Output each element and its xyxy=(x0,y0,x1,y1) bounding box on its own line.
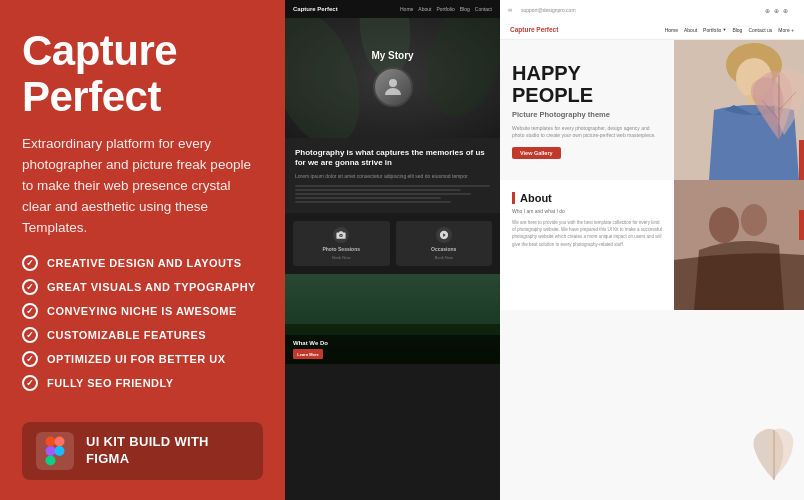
features-list: Creative Design and Layouts Great Visual… xyxy=(22,255,263,404)
card-2-sub: Book Now xyxy=(435,255,453,260)
right-panel: Capture Perfect Home About Portfolio Blo… xyxy=(285,0,804,500)
svg-point-2 xyxy=(46,446,56,456)
mockup-right-main-navbar: Capture Perfect Home About Portfolio ▼ B… xyxy=(500,20,804,40)
mockup-right-about-image xyxy=(674,180,804,310)
mockup-left-bottom-img: What We Do Learn More xyxy=(285,274,500,364)
email-icon: ✉ xyxy=(508,7,512,13)
mockup-right-navbar: ✉ support@designpro.com ⊕ ⊕ ⊕ xyxy=(500,0,804,20)
mockup-right-about-desc: We are here to provide you with the best… xyxy=(512,219,662,248)
occasion-icon xyxy=(436,227,452,243)
mockup-left-section-title: Photography is what captures the memorie… xyxy=(295,148,490,169)
mockup-right-hero-subtitle: Picture Photography theme xyxy=(512,110,662,119)
mockup-left-avatar xyxy=(373,67,413,107)
mockup-left-section-text: Lorem ipsum dolor sit amet consectetur a… xyxy=(295,173,490,181)
check-icon-6 xyxy=(22,375,38,391)
svg-point-23 xyxy=(709,207,739,243)
social-icon-2: ⊕ xyxy=(774,7,779,14)
main-title: Capture Perfect xyxy=(22,28,263,120)
red-accent-bar-top xyxy=(799,140,804,180)
mockup-left-brand: Capture Perfect xyxy=(293,6,338,12)
check-icon-5 xyxy=(22,351,38,367)
view-gallery-button[interactable]: View Gallery xyxy=(512,147,561,159)
svg-point-11 xyxy=(340,235,342,237)
mockup-right-hero: HAPPY PEOPLE Picture Photography theme W… xyxy=(500,40,804,180)
figma-badge-text: UI Kit Build With Figma xyxy=(86,434,249,468)
mockup-right-about: About Who I am and what I do We are here… xyxy=(500,180,804,310)
mockup-right-hero-image xyxy=(674,40,804,180)
couple-image xyxy=(674,180,804,310)
svg-point-1 xyxy=(46,437,56,447)
check-icon-2 xyxy=(22,279,38,295)
svg-point-24 xyxy=(741,204,767,236)
check-icon-4 xyxy=(22,327,38,343)
mockup-right-about-heading: About xyxy=(512,192,662,204)
mockup-left-card-2: Occasions Book Now xyxy=(396,221,493,266)
mockup-left-hero-title: My Story xyxy=(371,50,413,61)
svg-point-9 xyxy=(389,79,397,87)
mockup-left: Capture Perfect Home About Portfolio Blo… xyxy=(285,0,500,500)
mockup-right-hero-text: HAPPY PEOPLE Picture Photography theme W… xyxy=(500,40,674,180)
bottom-botanical-decoration xyxy=(749,420,799,480)
mockup-left-bottom-label: What We Do Learn More xyxy=(285,335,500,364)
feature-item-1: Creative Design and Layouts xyxy=(22,255,263,271)
svg-point-5 xyxy=(55,446,65,456)
feature-item-6: Fully SEO Friendly xyxy=(22,375,263,391)
check-icon-3 xyxy=(22,303,38,319)
mockup-left-card-1: Photo Sessions Book Now xyxy=(293,221,390,266)
mockup-right-about-sub: Who I am and what I do xyxy=(512,208,662,214)
feature-item-4: Customizable Features xyxy=(22,327,263,343)
mockup-right-about-text: About Who I am and what I do We are here… xyxy=(500,180,674,310)
mockup-right: ✉ support@designpro.com ⊕ ⊕ ⊕ Capture Pe… xyxy=(500,0,804,500)
mockup-left-navbar: Capture Perfect Home About Portfolio Blo… xyxy=(285,0,500,18)
mockup-right-nav-links: Home About Portfolio ▼ Blog Contact us M… xyxy=(665,27,794,33)
check-icon-1 xyxy=(22,255,38,271)
camera-icon xyxy=(333,227,349,243)
mockup-left-section: Photography is what captures the memorie… xyxy=(285,138,500,213)
mockup-right-brand: Capture Perfect xyxy=(510,26,558,33)
left-panel: Capture Perfect Extraordinary platform f… xyxy=(0,0,285,500)
feature-item-5: Optimized UI For Better UX xyxy=(22,351,263,367)
figma-badge: UI Kit Build With Figma xyxy=(22,422,263,480)
card-1-label: Photo Sessions xyxy=(322,246,360,252)
feature-item-2: Great Visuals and Typography xyxy=(22,279,263,295)
figma-icon xyxy=(36,432,74,470)
subtitle: Extraordinary platform for every photogr… xyxy=(22,134,263,239)
mockup-right-hero-title: HAPPY PEOPLE xyxy=(512,62,662,106)
social-icon-3: ⊕ xyxy=(783,7,788,14)
mockup-left-hero: My Story xyxy=(285,18,500,138)
svg-point-3 xyxy=(46,456,56,466)
svg-point-4 xyxy=(55,437,65,447)
mockup-left-nav-links: Home About Portfolio Blog Contact xyxy=(400,6,492,12)
card-2-label: Occasions xyxy=(431,246,456,252)
svg-point-7 xyxy=(416,18,500,125)
red-accent-bar-bottom xyxy=(799,210,804,240)
feature-item-3: Conveying Niche Is Awesome xyxy=(22,303,263,319)
social-icon-1: ⊕ xyxy=(765,7,770,14)
svg-point-20 xyxy=(736,58,772,98)
mockup-left-cards: Photo Sessions Book Now Occasions Book N… xyxy=(285,213,500,274)
card-1-sub: Book Now xyxy=(332,255,350,260)
mockup-right-hero-desc: Website templates for every photographer… xyxy=(512,125,662,140)
